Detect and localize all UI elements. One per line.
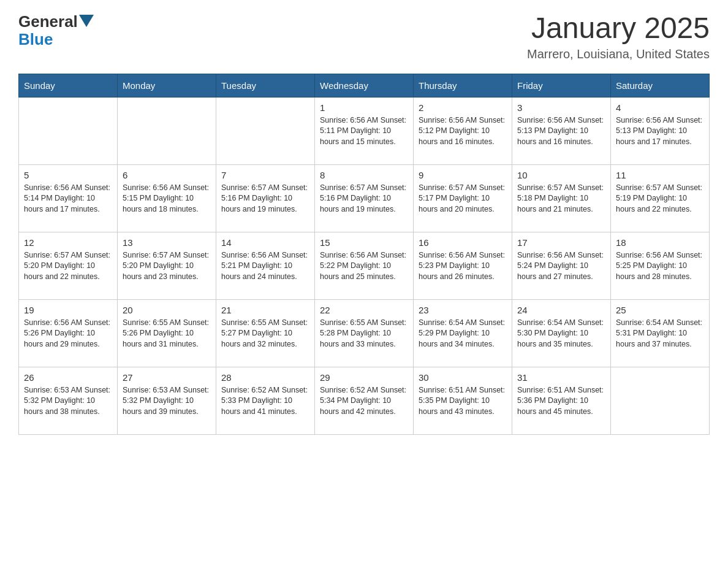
day-info: Sunrise: 6:56 AM Sunset: 5:23 PM Dayligh… — [419, 250, 507, 283]
day-info: Sunrise: 6:57 AM Sunset: 5:16 PM Dayligh… — [320, 183, 408, 215]
calendar-cell: 1Sunrise: 6:56 AM Sunset: 5:11 PM Daylig… — [315, 97, 414, 164]
logo-general-text: General — [18, 12, 78, 31]
calendar-cell: 23Sunrise: 6:54 AM Sunset: 5:29 PM Dayli… — [414, 299, 512, 367]
calendar-cell: 8Sunrise: 6:57 AM Sunset: 5:16 PM Daylig… — [315, 164, 414, 232]
calendar-header-saturday: Saturday — [611, 74, 710, 97]
day-info: Sunrise: 6:57 AM Sunset: 5:17 PM Dayligh… — [419, 183, 507, 215]
day-number: 18 — [616, 237, 704, 248]
calendar-cell: 26Sunrise: 6:53 AM Sunset: 5:32 PM Dayli… — [19, 367, 118, 434]
calendar-cell: 16Sunrise: 6:56 AM Sunset: 5:23 PM Dayli… — [414, 232, 512, 299]
day-info: Sunrise: 6:56 AM Sunset: 5:13 PM Dayligh… — [616, 115, 704, 148]
page-subtitle: Marrero, Louisiana, United States — [527, 47, 710, 61]
calendar-cell: 11Sunrise: 6:57 AM Sunset: 5:19 PM Dayli… — [611, 164, 710, 232]
calendar-cell: 14Sunrise: 6:56 AM Sunset: 5:21 PM Dayli… — [216, 232, 315, 299]
day-info: Sunrise: 6:56 AM Sunset: 5:26 PM Dayligh… — [24, 318, 112, 350]
day-number: 29 — [320, 372, 408, 383]
day-info: Sunrise: 6:55 AM Sunset: 5:27 PM Dayligh… — [221, 318, 309, 350]
day-info: Sunrise: 6:54 AM Sunset: 5:30 PM Dayligh… — [517, 318, 605, 350]
day-number: 19 — [24, 305, 112, 315]
day-info: Sunrise: 6:53 AM Sunset: 5:32 PM Dayligh… — [123, 385, 211, 418]
day-info: Sunrise: 6:51 AM Sunset: 5:36 PM Dayligh… — [517, 385, 605, 418]
day-number: 9 — [419, 170, 507, 180]
calendar-cell: 21Sunrise: 6:55 AM Sunset: 5:27 PM Dayli… — [216, 299, 315, 367]
day-info: Sunrise: 6:57 AM Sunset: 5:18 PM Dayligh… — [517, 183, 605, 215]
day-number: 21 — [221, 305, 309, 315]
day-info: Sunrise: 6:57 AM Sunset: 5:20 PM Dayligh… — [123, 250, 211, 283]
day-number: 10 — [517, 170, 605, 180]
page-title: January 2025 — [527, 12, 710, 45]
calendar-cell: 17Sunrise: 6:56 AM Sunset: 5:24 PM Dayli… — [512, 232, 611, 299]
day-number: 13 — [123, 237, 211, 248]
calendar-cell: 13Sunrise: 6:57 AM Sunset: 5:20 PM Dayli… — [118, 232, 216, 299]
calendar-table: SundayMondayTuesdayWednesdayThursdayFrid… — [18, 74, 710, 435]
calendar-header-thursday: Thursday — [414, 74, 512, 97]
day-info: Sunrise: 6:56 AM Sunset: 5:12 PM Dayligh… — [419, 115, 507, 148]
day-info: Sunrise: 6:57 AM Sunset: 5:16 PM Dayligh… — [221, 183, 309, 215]
calendar-cell: 5Sunrise: 6:56 AM Sunset: 5:14 PM Daylig… — [19, 164, 118, 232]
day-info: Sunrise: 6:52 AM Sunset: 5:33 PM Dayligh… — [221, 385, 309, 418]
calendar-header-friday: Friday — [512, 74, 611, 97]
day-number: 15 — [320, 237, 408, 248]
day-number: 8 — [320, 170, 408, 180]
logo: General Blue — [18, 12, 94, 47]
calendar-header-monday: Monday — [118, 74, 216, 97]
day-number: 11 — [616, 170, 704, 180]
title-area: January 2025 Marrero, Louisiana, United … — [527, 12, 710, 61]
calendar-cell: 27Sunrise: 6:53 AM Sunset: 5:32 PM Dayli… — [118, 367, 216, 434]
day-number: 20 — [123, 305, 211, 315]
logo-triangle-icon — [79, 15, 94, 27]
day-number: 14 — [221, 237, 309, 248]
calendar-cell: 24Sunrise: 6:54 AM Sunset: 5:30 PM Dayli… — [512, 299, 611, 367]
calendar-cell: 30Sunrise: 6:51 AM Sunset: 5:35 PM Dayli… — [414, 367, 512, 434]
logo-blue-text: Blue — [18, 31, 53, 47]
day-info: Sunrise: 6:54 AM Sunset: 5:31 PM Dayligh… — [616, 318, 704, 350]
calendar-week-0: 1Sunrise: 6:56 AM Sunset: 5:11 PM Daylig… — [19, 97, 710, 164]
calendar-cell: 6Sunrise: 6:56 AM Sunset: 5:15 PM Daylig… — [118, 164, 216, 232]
day-number: 22 — [320, 305, 408, 315]
day-number: 23 — [419, 305, 507, 315]
day-number: 31 — [517, 372, 605, 383]
calendar-cell: 18Sunrise: 6:56 AM Sunset: 5:25 PM Dayli… — [611, 232, 710, 299]
calendar-cell: 31Sunrise: 6:51 AM Sunset: 5:36 PM Dayli… — [512, 367, 611, 434]
calendar-header-tuesday: Tuesday — [216, 74, 315, 97]
day-info: Sunrise: 6:54 AM Sunset: 5:29 PM Dayligh… — [419, 318, 507, 350]
day-number: 7 — [221, 170, 309, 180]
calendar-header-wednesday: Wednesday — [315, 74, 414, 97]
day-info: Sunrise: 6:56 AM Sunset: 5:25 PM Dayligh… — [616, 250, 704, 283]
day-info: Sunrise: 6:53 AM Sunset: 5:32 PM Dayligh… — [24, 385, 112, 418]
calendar-cell — [216, 97, 315, 164]
calendar-header-row: SundayMondayTuesdayWednesdayThursdayFrid… — [19, 74, 710, 97]
calendar-cell — [611, 367, 710, 434]
day-info: Sunrise: 6:56 AM Sunset: 5:22 PM Dayligh… — [320, 250, 408, 283]
day-info: Sunrise: 6:56 AM Sunset: 5:11 PM Dayligh… — [320, 115, 408, 148]
day-info: Sunrise: 6:52 AM Sunset: 5:34 PM Dayligh… — [320, 385, 408, 418]
day-number: 3 — [517, 102, 605, 113]
day-info: Sunrise: 6:56 AM Sunset: 5:21 PM Dayligh… — [221, 250, 309, 283]
calendar-cell: 19Sunrise: 6:56 AM Sunset: 5:26 PM Dayli… — [19, 299, 118, 367]
calendar-week-3: 19Sunrise: 6:56 AM Sunset: 5:26 PM Dayli… — [19, 299, 710, 367]
page-header: General Blue January 2025 Marrero, Louis… — [18, 12, 710, 61]
calendar-cell: 22Sunrise: 6:55 AM Sunset: 5:28 PM Dayli… — [315, 299, 414, 367]
calendar-week-4: 26Sunrise: 6:53 AM Sunset: 5:32 PM Dayli… — [19, 367, 710, 434]
day-number: 2 — [419, 102, 507, 113]
day-info: Sunrise: 6:56 AM Sunset: 5:24 PM Dayligh… — [517, 250, 605, 283]
day-info: Sunrise: 6:51 AM Sunset: 5:35 PM Dayligh… — [419, 385, 507, 418]
calendar-cell: 15Sunrise: 6:56 AM Sunset: 5:22 PM Dayli… — [315, 232, 414, 299]
day-number: 27 — [123, 372, 211, 383]
calendar-cell: 9Sunrise: 6:57 AM Sunset: 5:17 PM Daylig… — [414, 164, 512, 232]
day-info: Sunrise: 6:57 AM Sunset: 5:19 PM Dayligh… — [616, 183, 704, 215]
day-number: 1 — [320, 102, 408, 113]
day-number: 4 — [616, 102, 704, 113]
calendar-cell — [118, 97, 216, 164]
calendar-cell: 28Sunrise: 6:52 AM Sunset: 5:33 PM Dayli… — [216, 367, 315, 434]
calendar-cell: 10Sunrise: 6:57 AM Sunset: 5:18 PM Dayli… — [512, 164, 611, 232]
day-info: Sunrise: 6:56 AM Sunset: 5:15 PM Dayligh… — [123, 183, 211, 215]
calendar-cell — [19, 97, 118, 164]
day-info: Sunrise: 6:57 AM Sunset: 5:20 PM Dayligh… — [24, 250, 112, 283]
calendar-week-2: 12Sunrise: 6:57 AM Sunset: 5:20 PM Dayli… — [19, 232, 710, 299]
day-number: 12 — [24, 237, 112, 248]
day-number: 5 — [24, 170, 112, 180]
day-number: 28 — [221, 372, 309, 383]
calendar-cell: 3Sunrise: 6:56 AM Sunset: 5:13 PM Daylig… — [512, 97, 611, 164]
calendar-cell: 25Sunrise: 6:54 AM Sunset: 5:31 PM Dayli… — [611, 299, 710, 367]
